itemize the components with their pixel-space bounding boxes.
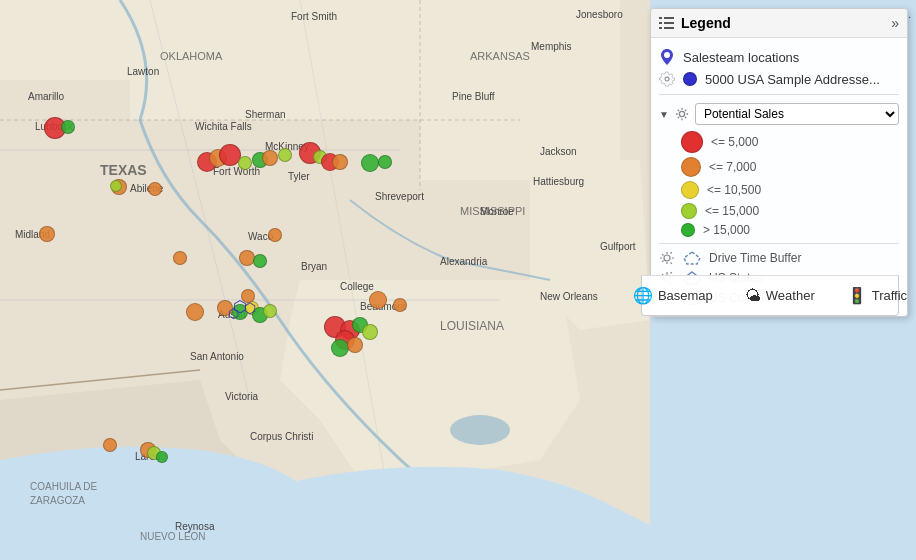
svg-text:Hattiesburg: Hattiesburg (533, 176, 584, 187)
svg-rect-58 (659, 22, 662, 24)
svg-text:Jonesboro: Jonesboro (576, 9, 623, 20)
map-dot (156, 451, 168, 463)
legend-item-salesteam: Salesteam locations (659, 46, 899, 68)
svg-text:OKLAHOMA: OKLAHOMA (160, 50, 223, 62)
svg-text:LOUISIANA: LOUISIANA (440, 319, 504, 333)
traffic-icon: 🚦 (847, 286, 867, 305)
svg-rect-61 (664, 27, 674, 29)
addresses-gear-icon (659, 71, 675, 87)
map-dot (332, 154, 348, 170)
threshold-label-2: <= 7,000 (709, 160, 756, 174)
svg-text:TEXAS: TEXAS (100, 162, 147, 178)
svg-text:Reynosa: Reynosa (175, 521, 215, 532)
svg-text:Amarillo: Amarillo (28, 91, 65, 102)
svg-text:Monroe: Monroe (480, 206, 514, 217)
svg-marker-65 (684, 252, 700, 264)
map-dot (110, 180, 122, 192)
traffic-label: Traffic (872, 288, 907, 303)
weather-label: Weather (766, 288, 815, 303)
legend-item-addresses: 5000 USA Sample Addresse... (659, 68, 899, 90)
legend-layer-drive-time: Drive Time Buffer (659, 248, 899, 268)
globe-icon: 🌐 (633, 286, 653, 305)
svg-text:Corpus Christi: Corpus Christi (250, 431, 313, 442)
svg-text:Fort Worth: Fort Worth (213, 166, 260, 177)
map-dot (238, 156, 252, 170)
svg-text:Fort Smith: Fort Smith (291, 11, 337, 22)
svg-text:Tyler: Tyler (288, 171, 310, 182)
basemap-label: Basemap (658, 288, 713, 303)
svg-point-64 (664, 255, 670, 261)
svg-text:ARKANSAS: ARKANSAS (470, 50, 530, 62)
salesteam-pin-icon (659, 49, 675, 65)
legend-expand-icon[interactable]: » (891, 15, 899, 31)
drive-time-label: Drive Time Buffer (709, 251, 801, 265)
map-dot (347, 337, 363, 353)
svg-marker-3 (420, 0, 620, 180)
legend-threshold-5: > 15,000 (659, 221, 899, 239)
potential-sales-arrow: ▼ (659, 109, 669, 120)
svg-rect-59 (664, 22, 674, 24)
map-dot (361, 154, 379, 172)
svg-text:Memphis: Memphis (531, 41, 572, 52)
map-dot (186, 303, 204, 321)
svg-point-63 (679, 111, 684, 116)
svg-rect-56 (659, 17, 662, 19)
map-dot (369, 291, 387, 309)
potential-sales-header[interactable]: ▼ Potential Sales (659, 99, 899, 129)
svg-text:NUEVO LEON: NUEVO LEON (140, 531, 206, 542)
map-dot (362, 324, 378, 340)
drive-time-gear-icon (659, 251, 675, 265)
weather-icon: 🌤 (745, 287, 761, 305)
svg-text:Alexandria: Alexandria (440, 256, 488, 267)
legend-divider-2 (659, 243, 899, 244)
threshold-label-1: <= 5,000 (711, 135, 758, 149)
map-dot (262, 150, 278, 166)
svg-text:ZARAGOZA: ZARAGOZA (30, 495, 85, 506)
blue-cluster-3: ⬡ (228, 306, 239, 321)
map-dot (268, 228, 282, 242)
legend-list-icon (659, 16, 675, 30)
map-dot (61, 120, 75, 134)
svg-text:COAHUILA DE: COAHUILA DE (30, 481, 98, 492)
map-dot (103, 438, 117, 452)
potential-sales-dropdown[interactable]: Potential Sales (695, 103, 899, 125)
legend-panel: Legend » Salesteam locations (650, 8, 908, 317)
map-dot (173, 251, 187, 265)
legend-header: Legend » (651, 9, 907, 38)
legend-threshold-3: <= 10,500 (659, 179, 899, 201)
threshold-label-5: > 15,000 (703, 223, 750, 237)
map-dot (263, 304, 277, 318)
legend-threshold-4: <= 15,000 (659, 201, 899, 221)
svg-point-11 (450, 415, 510, 445)
threshold-label-3: <= 10,500 (707, 183, 761, 197)
threshold-dot-1 (681, 131, 703, 153)
svg-rect-57 (664, 17, 674, 19)
map-dot (393, 298, 407, 312)
svg-text:Jackson: Jackson (540, 146, 577, 157)
weather-button[interactable]: 🌤 Weather (737, 283, 823, 309)
svg-text:Wichita Falls: Wichita Falls (195, 121, 252, 132)
map-dot (278, 148, 292, 162)
legend-threshold-1: <= 5,000 (659, 129, 899, 155)
svg-text:Gulfport: Gulfport (600, 241, 636, 252)
map-container: TEXAS MISSISSIPPI LOUISIANA OKLAHOMA ARK… (0, 0, 916, 560)
svg-text:Shreveport: Shreveport (375, 191, 424, 202)
threshold-dot-2 (681, 157, 701, 177)
legend-title-group: Legend (659, 15, 731, 31)
map-bottom-bar: 🌐 Basemap 🌤 Weather 🚦 Traffic (641, 275, 899, 316)
addresses-label: 5000 USA Sample Addresse... (705, 72, 880, 87)
threshold-dot-4 (681, 203, 697, 219)
map-dot (39, 226, 55, 242)
basemap-button[interactable]: 🌐 Basemap (625, 282, 721, 309)
threshold-label-4: <= 15,000 (705, 204, 759, 218)
salesteam-label: Salesteam locations (683, 50, 799, 65)
blue-cluster-2: ⬡ (244, 300, 256, 316)
svg-text:Pine Bluff: Pine Bluff (452, 91, 495, 102)
potential-sales-gear-icon (675, 107, 689, 121)
legend-threshold-2: <= 7,000 (659, 155, 899, 179)
map-dot (253, 254, 267, 268)
map-dot (148, 182, 162, 196)
threshold-dot-5 (681, 223, 695, 237)
traffic-button[interactable]: 🚦 Traffic (839, 282, 915, 309)
legend-title: Legend (681, 15, 731, 31)
